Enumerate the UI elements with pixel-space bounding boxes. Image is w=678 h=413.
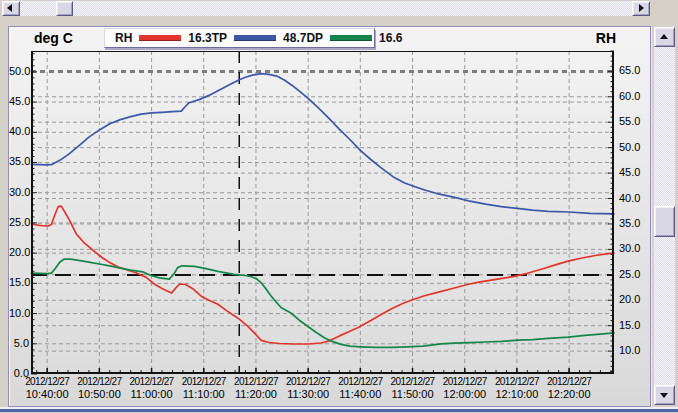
left-axis-tick-label: 5.0 — [9, 338, 29, 349]
legend-value-tp: 48.7 — [283, 31, 306, 45]
x-axis-date-label: 2012/12/27 — [286, 376, 330, 388]
scroll-left-button[interactable] — [2, 1, 20, 16]
x-axis-tick-label: 2012/12/2711:50:00 — [391, 376, 435, 401]
dp-series-swatch-icon — [330, 35, 372, 41]
left-axis-tick-label: 10.0 — [9, 308, 29, 319]
x-axis-tick-label: 2012/12/2711:20:00 — [234, 376, 278, 401]
left-axis-tick-label: 40.0 — [9, 126, 29, 137]
arrow-left-icon — [7, 4, 12, 12]
x-axis-time-label: 12:10:00 — [495, 388, 539, 401]
right-axis-tick-label: 20.0 — [619, 294, 640, 305]
x-axis-tick-label: 2012/12/2712:10:00 — [495, 376, 539, 401]
horizontal-scrollbar[interactable] — [2, 1, 650, 16]
chart-svg[interactable] — [31, 51, 614, 374]
legend-label-dp: DP — [306, 31, 323, 45]
x-axis-time-label: 10:50:00 — [77, 388, 121, 401]
legend-value-dp: 16.6 — [379, 31, 402, 45]
x-axis-tick-label: 2012/12/2710:50:00 — [77, 376, 121, 401]
left-axis-tick-label: 45.0 — [9, 96, 29, 107]
legend-item-tp: TP 48.7 — [212, 31, 307, 45]
app-window: deg C RH RH 16.3 TP 48.7 DP 16.6 50.045.… — [0, 0, 678, 413]
legend-item-rh: RH 16.3 — [115, 31, 212, 45]
left-axis-tick-label: 20.0 — [9, 247, 29, 258]
right-axis-tick-label: 60.0 — [619, 91, 640, 102]
right-axis-tick-label: 50.0 — [619, 142, 640, 153]
x-axis-time-label: 11:10:00 — [182, 388, 226, 401]
scroll-up-button[interactable] — [654, 27, 675, 47]
x-axis-time-label: 12:00:00 — [443, 388, 487, 401]
right-axis-tick-label: 25.0 — [619, 269, 640, 280]
plot-area[interactable] — [31, 51, 614, 374]
x-axis-date-label: 2012/12/27 — [234, 376, 278, 388]
bottom-divider-rule — [0, 409, 678, 412]
arrow-right-icon — [639, 4, 644, 12]
left-axis-tick-label: 35.0 — [9, 156, 29, 167]
x-axis-time-label: 11:40:00 — [338, 388, 382, 401]
chart-panel: deg C RH RH 16.3 TP 48.7 DP 16.6 50.045.… — [8, 26, 651, 407]
x-axis-tick-label: 2012/12/2712:20:00 — [547, 376, 591, 401]
x-axis-date-label: 2012/12/27 — [182, 376, 226, 388]
x-axis-time-label: 10:40:00 — [25, 388, 69, 401]
x-axis-time-label: 11:30:00 — [286, 388, 330, 401]
x-axis-time-label: 12:20:00 — [547, 388, 591, 401]
x-axis-date-label: 2012/12/27 — [338, 376, 382, 388]
right-axis-tick-label: 35.0 — [619, 218, 640, 229]
x-axis-time-label: 11:20:00 — [234, 388, 278, 401]
right-axis-tick-label: 40.0 — [619, 193, 640, 204]
scroll-down-button[interactable] — [654, 385, 675, 405]
scroll-right-button[interactable] — [632, 1, 650, 16]
legend-box: RH 16.3 TP 48.7 DP 16.6 — [104, 28, 375, 48]
right-axis-tick-label: 65.0 — [619, 65, 640, 76]
arrow-up-icon — [660, 34, 668, 39]
left-axis-title: deg C — [34, 30, 73, 46]
right-axis-tick-label: 10.0 — [619, 345, 640, 356]
x-axis-tick-label: 2012/12/2711:30:00 — [286, 376, 330, 401]
horizontal-scrollbar-track[interactable] — [20, 1, 632, 16]
x-axis-date-label: 2012/12/27 — [25, 376, 69, 388]
left-axis-tick-label: 25.0 — [9, 217, 29, 228]
x-axis-time-label: 11:50:00 — [391, 388, 435, 401]
legend-value-rh: 16.3 — [188, 31, 211, 45]
x-axis-date-label: 2012/12/27 — [495, 376, 539, 388]
x-axis-tick-label: 2012/12/2711:10:00 — [182, 376, 226, 401]
x-axis-tick-label: 2012/12/2710:40:00 — [25, 376, 69, 401]
x-axis-tick-label: 2012/12/2711:40:00 — [338, 376, 382, 401]
left-axis-tick-label: 15.0 — [9, 277, 29, 288]
right-axis-tick-label: 55.0 — [619, 116, 640, 127]
legend-label-rh: RH — [115, 31, 132, 45]
horizontal-scrollbar-thumb[interactable] — [56, 1, 73, 16]
vertical-scrollbar-thumb[interactable] — [654, 206, 675, 237]
x-axis-tick-label: 2012/12/2712:00:00 — [443, 376, 487, 401]
x-axis-tick-label: 2012/12/2711:00:00 — [130, 376, 174, 401]
rh-series-swatch-icon — [139, 35, 181, 41]
tp-series-swatch-icon — [234, 35, 276, 41]
legend-label-tp: TP — [212, 31, 227, 45]
left-axis-tick-label: 30.0 — [9, 187, 29, 198]
x-axis-date-label: 2012/12/27 — [547, 376, 591, 388]
right-axis-tick-label: 30.0 — [619, 243, 640, 254]
x-axis-date-label: 2012/12/27 — [443, 376, 487, 388]
x-axis-date-label: 2012/12/27 — [130, 376, 174, 388]
x-axis-time-label: 11:00:00 — [130, 388, 174, 401]
x-axis-date-label: 2012/12/27 — [77, 376, 121, 388]
right-axis-tick-label: 45.0 — [619, 167, 640, 178]
vertical-scrollbar[interactable] — [654, 27, 675, 405]
x-axis-date-label: 2012/12/27 — [391, 376, 435, 388]
left-axis-tick-label: 50.0 — [9, 66, 29, 77]
arrow-down-icon — [660, 393, 668, 398]
legend-item-dp: DP 16.6 — [306, 31, 402, 45]
right-axis-title: RH — [596, 30, 616, 46]
right-axis-tick-label: 15.0 — [619, 320, 640, 331]
